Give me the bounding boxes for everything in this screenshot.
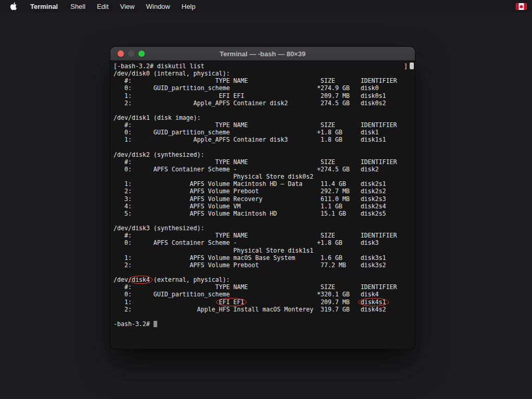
terminal-line: /dev/disk1 (disk image):	[113, 114, 415, 121]
close-button[interactable]	[118, 51, 124, 57]
terminal-text: #: TYPE NAME SIZE IDENTIFIER	[113, 77, 397, 84]
terminal-line: 2: APFS Volume Preboot 292.7 MB disk2s2	[113, 188, 415, 195]
terminal-line: #: TYPE NAME SIZE IDENTIFIER	[113, 283, 415, 291]
terminal-text: Physical Store disk1s1	[113, 247, 313, 254]
terminal-line	[113, 269, 415, 276]
terminal-text: /dev/disk1 (disk image):	[113, 114, 201, 121]
terminal-text: 2: APFS Volume Preboot 292.7 MB disk2s2	[113, 188, 386, 195]
terminal-text: #: TYPE NAME SIZE IDENTIFIER	[113, 232, 397, 239]
terminal-line	[113, 217, 415, 225]
terminal-line: 0: GUID_partition_scheme *274.9 GB disk0	[113, 84, 415, 92]
terminal-text: 1: Apple_APFS Container disk3 1.8 GB dis…	[113, 136, 386, 143]
terminal-line: Physical Store disk1s1	[113, 247, 415, 254]
menu-app-terminal[interactable]: Terminal	[23, 0, 65, 13]
terminal-line: 1: APFS Volume Macintosh HD — Data 11.4 …	[113, 180, 415, 188]
terminal-text: /dev/	[113, 276, 132, 283]
terminal-line: /dev/disk3 (synthesized):	[113, 225, 415, 232]
terminal-text: 2: Apple_HFS Install macOS Monterey 319.…	[113, 306, 386, 313]
terminal-line: 1: EFI EFI 209.7 MB disk4s1	[113, 298, 415, 306]
terminal-line: 4: APFS Volume VM 1.1 GB disk2s4	[113, 203, 415, 210]
terminal-text: Physical Store disk0s2	[113, 173, 313, 180]
annotation-circle: EFI EFI	[219, 298, 244, 306]
window-titlebar[interactable]: Terminal — -bash — 80×39	[110, 47, 415, 61]
zoom-button[interactable]	[138, 51, 145, 57]
terminal-line: 1: EFI EFI 209.7 MB disk0s1	[113, 92, 415, 99]
terminal-cursor	[154, 321, 157, 327]
menu-shell[interactable]: Shell	[65, 0, 91, 13]
terminal-text: (external, physical):	[150, 276, 230, 283]
terminal-text: 2: APFS Volume Preboot 77.2 MB disk3s2	[113, 261, 386, 269]
terminal-line: 2: Apple_APFS Container disk2 274.5 GB d…	[113, 99, 415, 107]
terminal-text: 4: APFS Volume VM 1.1 GB disk2s4	[113, 203, 386, 210]
terminal-line: 2: Apple_HFS Install macOS Monterey 319.…	[113, 306, 415, 313]
terminal-text: [-bash-3.2# diskutil list	[113, 63, 205, 70]
traffic-lights	[118, 47, 145, 60]
terminal-text: 3: APFS Volume Recovery 611.0 MB disk2s3	[113, 195, 386, 203]
terminal-line: #: TYPE NAME SIZE IDENTIFIER	[113, 121, 415, 129]
annotation-circle: disk4s1	[361, 298, 386, 306]
terminal-line: 0: GUID_partition_scheme *320.1 GB disk4	[113, 291, 415, 298]
terminal-line: 1: Apple_APFS Container disk3 1.8 GB dis…	[113, 136, 415, 143]
terminal-text: 5: APFS Volume Macintosh HD 15.1 GB disk…	[113, 210, 386, 217]
terminal-line: /dev/disk2 (synthesized):	[113, 151, 415, 158]
annotation-circle: disk4	[132, 276, 150, 283]
terminal-text: 1: APFS Volume macOS Base System 1.6 GB …	[113, 254, 386, 261]
menu-edit[interactable]: Edit	[91, 0, 114, 13]
terminal-text: 0: APFS Container Scheme - +274.5 GB dis…	[113, 166, 379, 173]
terminal-text: 0: APFS Container Scheme - +1.8 GB disk3	[113, 239, 379, 246]
terminal-line: 2: APFS Volume Preboot 77.2 MB disk3s2	[113, 261, 415, 269]
terminal-line: 5: APFS Volume Macintosh HD 15.1 GB disk…	[113, 210, 415, 217]
scrollbar-thumb[interactable]	[410, 63, 414, 69]
terminal-output[interactable]: [-bash-3.2# diskutil list]/dev/disk0 (in…	[110, 61, 415, 349]
terminal-text: -bash-3.2#	[113, 320, 154, 328]
terminal-text: 1:	[113, 298, 219, 306]
terminal-line: 1: APFS Volume macOS Base System 1.6 GB …	[113, 254, 415, 261]
terminal-line: /dev/disk0 (internal, physical):	[113, 70, 415, 77]
apple-menu[interactable]	[0, 0, 23, 13]
terminal-line	[113, 107, 415, 114]
terminal-line: -bash-3.2#	[113, 320, 415, 328]
terminal-text: /dev/disk2 (synthesized):	[113, 151, 205, 158]
terminal-window: Terminal — -bash — 80×39 [-bash-3.2# dis…	[110, 47, 415, 349]
terminal-line: #: TYPE NAME SIZE IDENTIFIER	[113, 158, 415, 166]
terminal-line: #: TYPE NAME SIZE IDENTIFIER	[113, 232, 415, 239]
terminal-text: 1: EFI EFI 209.7 MB disk0s1	[113, 92, 386, 99]
terminal-text: /dev/disk0 (internal, physical):	[113, 70, 230, 77]
terminal-line: [-bash-3.2# diskutil list]	[113, 63, 415, 70]
terminal-text: 0: GUID_partition_scheme *274.9 GB disk0	[113, 84, 379, 92]
apple-logo-icon	[10, 2, 17, 10]
terminal-text: #: TYPE NAME SIZE IDENTIFIER	[113, 158, 397, 166]
terminal-text: 0: GUID_partition_scheme +1.8 GB disk1	[113, 129, 379, 136]
terminal-line: 0: GUID_partition_scheme +1.8 GB disk1	[113, 129, 415, 136]
terminal-line	[113, 144, 415, 151]
menu-view[interactable]: View	[115, 0, 141, 13]
window-title: Terminal — -bash — 80×39	[220, 50, 306, 58]
terminal-text: /dev/disk3 (synthesized):	[113, 225, 205, 232]
terminal-text: 2: Apple_APFS Container disk2 274.5 GB d…	[113, 99, 386, 107]
terminal-line: #: TYPE NAME SIZE IDENTIFIER	[113, 77, 415, 84]
terminal-text: #: TYPE NAME SIZE IDENTIFIER	[113, 283, 397, 291]
terminal-line: /dev/disk4 (external, physical):	[113, 276, 415, 283]
terminal-line: 0: APFS Container Scheme - +1.8 GB disk3	[113, 239, 415, 246]
terminal-text: ]	[404, 63, 408, 70]
menu-help[interactable]: Help	[176, 0, 201, 13]
terminal-line: 3: APFS Volume Recovery 611.0 MB disk2s3	[113, 195, 415, 203]
canada-flag-icon[interactable]	[516, 3, 527, 10]
terminal-text: #: TYPE NAME SIZE IDENTIFIER	[113, 121, 397, 129]
terminal-text: 209.7 MB	[244, 298, 360, 306]
menu-window[interactable]: Window	[141, 0, 176, 13]
terminal-line: 0: APFS Container Scheme - +274.5 GB dis…	[113, 166, 415, 173]
terminal-line	[113, 313, 415, 320]
terminal-line: Physical Store disk0s2	[113, 173, 415, 180]
status-menu-area	[516, 3, 532, 10]
menu-bar: Terminal Shell Edit View Window Help	[0, 0, 532, 13]
terminal-text: 0: GUID_partition_scheme *320.1 GB disk4	[113, 291, 379, 298]
minimize-button[interactable]	[128, 51, 134, 57]
terminal-text: 1: APFS Volume Macintosh HD — Data 11.4 …	[113, 180, 386, 188]
